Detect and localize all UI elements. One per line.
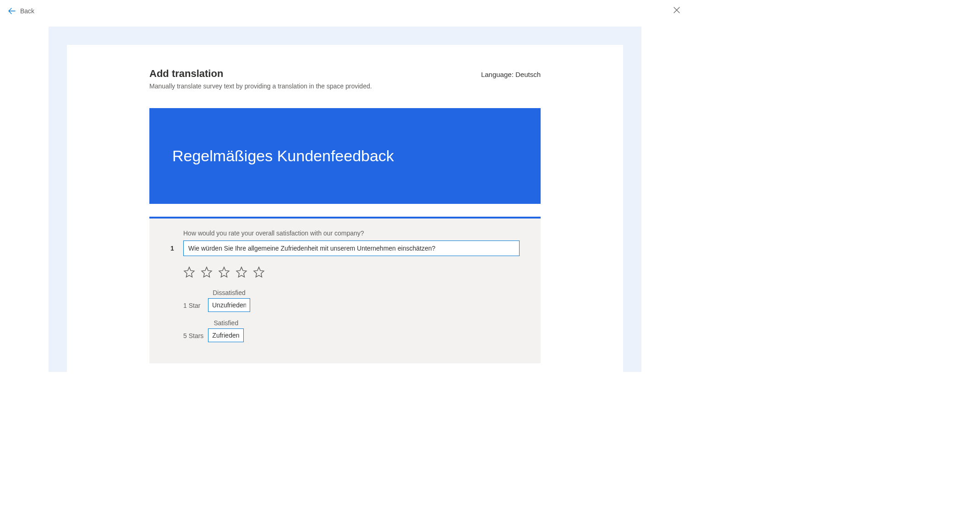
- rating-row-low: 1 Star Dissatisfied: [183, 289, 520, 312]
- star-icon[interactable]: [201, 266, 213, 280]
- stars-row: [183, 266, 520, 280]
- question-original-text: How would you rate your overall satisfac…: [183, 229, 520, 237]
- language-label: Language: Deutsch: [481, 71, 541, 78]
- page-subtitle: Manually translate survey text by provid…: [149, 82, 541, 90]
- close-button[interactable]: [672, 5, 682, 17]
- question-row: 1: [170, 240, 520, 256]
- page-title: Add translation: [149, 68, 223, 80]
- rating-row-high: 5 Stars Satisfied: [183, 319, 520, 342]
- rating-low-left: 1 Star: [183, 302, 203, 312]
- question-card: How would you rate your overall satisfac…: [149, 217, 541, 363]
- back-label: Back: [20, 7, 34, 15]
- star-icon[interactable]: [183, 266, 195, 280]
- header-row: Add translation Language: Deutsch: [149, 68, 541, 80]
- top-bar: Back: [0, 0, 690, 22]
- star-icon[interactable]: [253, 266, 265, 280]
- question-translation-input[interactable]: [183, 240, 520, 256]
- rating-labels: 1 Star Dissatisfied 5 Stars Satisfied: [183, 289, 520, 342]
- rating-high-translation-input[interactable]: [208, 328, 244, 342]
- back-button[interactable]: Back: [8, 7, 34, 15]
- language-value: Deutsch: [515, 71, 541, 78]
- star-icon[interactable]: [235, 266, 247, 280]
- survey-banner-title: Regelmäßiges Kundenfeedback: [172, 147, 394, 164]
- survey-banner[interactable]: Regelmäßiges Kundenfeedback: [149, 108, 541, 204]
- language-prefix: Language:: [481, 71, 515, 78]
- outer-container: Add translation Language: Deutsch Manual…: [49, 27, 641, 372]
- rating-low-col: Dissatisfied: [208, 289, 250, 312]
- rating-high-original: Satisfied: [214, 319, 239, 327]
- inner-container: Add translation Language: Deutsch Manual…: [67, 45, 623, 372]
- rating-low-translation-input[interactable]: [208, 298, 250, 312]
- question-number: 1: [170, 245, 177, 252]
- rating-high-col: Satisfied: [208, 319, 244, 342]
- close-icon: [673, 7, 680, 15]
- back-arrow-icon: [8, 7, 16, 15]
- star-icon[interactable]: [218, 266, 230, 280]
- rating-high-left: 5 Stars: [183, 332, 203, 342]
- rating-low-original: Dissatisfied: [213, 289, 246, 296]
